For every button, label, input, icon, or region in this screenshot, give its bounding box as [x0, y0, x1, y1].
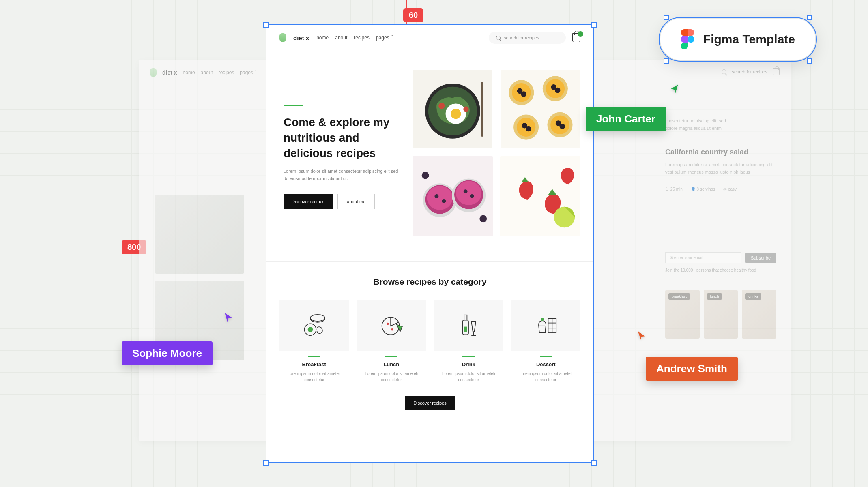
lunch-icon — [377, 311, 406, 340]
svg-point-62 — [688, 36, 694, 43]
nav-pages[interactable]: pages ˅ — [376, 35, 393, 41]
email-input: ✉ enter your email — [665, 252, 741, 263]
accent-dash — [284, 105, 303, 106]
svg-point-35 — [470, 194, 474, 198]
thumb-breakfast: breakfast — [665, 290, 700, 339]
bg-left-logo: diet x — [162, 69, 177, 76]
svg-point-33 — [442, 199, 446, 203]
label-sophie: Sophie Moore — [122, 341, 213, 365]
hero-headline: Come & explore my nutritious and delicio… — [284, 115, 401, 161]
measure-badge-top: 60 — [403, 8, 423, 22]
nav-about[interactable]: about — [335, 35, 347, 41]
logo-text[interactable]: diet x — [293, 34, 309, 41]
hero-image-tarts — [500, 70, 580, 148]
hero-image-salad-egg — [413, 70, 493, 148]
dessert-icon — [531, 311, 561, 340]
figma-pill-label: Figma Template — [703, 32, 795, 46]
svg-point-20 — [526, 126, 531, 132]
nav-home[interactable]: home — [316, 35, 329, 41]
svg-point-40 — [310, 315, 325, 321]
breakfast-icon — [299, 311, 329, 340]
drink-icon — [454, 311, 483, 340]
svg-rect-61 — [684, 36, 687, 43]
svg-rect-48 — [464, 327, 467, 332]
svg-point-31 — [456, 181, 481, 205]
search-icon — [722, 69, 726, 74]
nav-recipes[interactable]: recipes — [354, 35, 370, 41]
thumb-drinks: drinks — [742, 290, 776, 339]
cart-button[interactable] — [572, 33, 580, 42]
search-placeholder: search for recipes — [504, 35, 539, 40]
cursor-john — [669, 84, 680, 94]
main-frame-home[interactable]: diet x home about recipes pages ˅ search… — [266, 24, 594, 463]
svg-point-24 — [560, 124, 565, 129]
cursor-andrew — [636, 330, 647, 341]
category-card-breakfast[interactable]: Breakfast Lorem ipsum dolor sit ameteli … — [279, 300, 349, 383]
cart-badge — [578, 31, 583, 37]
svg-point-45 — [391, 328, 393, 330]
svg-point-42 — [308, 327, 313, 333]
label-andrew: Andrew Smith — [646, 357, 738, 381]
svg-rect-8 — [501, 70, 580, 148]
label-john: John Carter — [586, 107, 666, 131]
thumb-lunch: lunch — [704, 290, 738, 339]
hero-body: Lorem ipsum dolor sit amet consectetur a… — [284, 168, 401, 182]
category-card-dessert[interactable]: Dessert Lorem ipsum dolor sit ameteli co… — [511, 300, 581, 383]
category-card-lunch[interactable]: Lunch Lorem ipsum dolor sit ameteli cons… — [357, 300, 426, 383]
figma-template-badge[interactable]: Figma Template — [660, 19, 815, 60]
svg-point-32 — [434, 194, 438, 198]
svg-point-5 — [438, 103, 445, 109]
figma-logo-icon — [681, 29, 694, 49]
logo-icon — [279, 33, 286, 42]
svg-rect-59 — [688, 29, 691, 36]
cursor-sophie — [223, 312, 234, 323]
svg-point-44 — [387, 323, 389, 325]
svg-point-51 — [541, 318, 544, 321]
bg-right-title: California country salad — [665, 148, 776, 157]
svg-point-16 — [555, 88, 561, 93]
svg-rect-57 — [684, 29, 687, 36]
discover-recipes-button[interactable]: Discover recipes — [284, 194, 333, 209]
about-me-button[interactable]: about me — [337, 194, 375, 209]
subscribe-button: Subscribe — [745, 253, 776, 263]
svg-point-12 — [521, 91, 526, 97]
svg-rect-7 — [481, 82, 483, 137]
search-input[interactable]: search for recipes — [489, 32, 566, 44]
recipe-meta: ⏱ 25 min 👤 8 servings ◎ easy — [665, 187, 776, 191]
svg-point-4 — [451, 109, 461, 119]
main-nav: diet x home about recipes pages ˅ search… — [266, 24, 594, 51]
categories-discover-button[interactable]: Discover recipes — [405, 396, 454, 410]
category-card-drink[interactable]: Drink Lorem ipsum dolor sit ameteli cons… — [434, 300, 503, 383]
search-icon — [496, 36, 501, 40]
svg-point-28 — [427, 186, 453, 210]
svg-point-6 — [463, 106, 469, 112]
bg-left-image-1 — [155, 195, 244, 274]
svg-point-36 — [422, 172, 429, 179]
svg-rect-47 — [464, 315, 467, 320]
hero-image-smoothies — [413, 156, 493, 237]
svg-point-34 — [464, 189, 468, 193]
hero-image-strawberries — [500, 156, 580, 237]
svg-point-37 — [479, 215, 487, 223]
categories-heading: Browse recipes by category — [279, 277, 580, 287]
cart-icon — [773, 68, 780, 75]
